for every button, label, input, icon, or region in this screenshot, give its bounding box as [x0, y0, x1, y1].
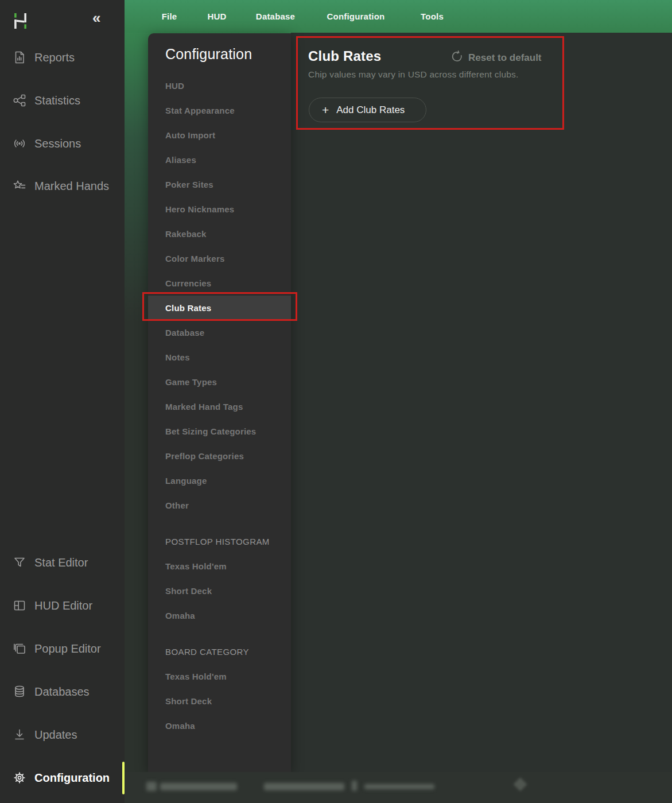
sidebar-item-sessions[interactable]: Sessions [11, 133, 81, 154]
nav-item-rakeback[interactable]: Rakeback [148, 222, 291, 246]
popup-editor-icon [11, 641, 27, 657]
reset-to-default-button[interactable]: Reset to default [451, 51, 542, 65]
menubar: File HUD Database Configuration Tools [125, 0, 672, 33]
app-window: File HUD Database Configuration Tools Cl… [0, 0, 672, 803]
nav-item-database[interactable]: Database [148, 320, 291, 345]
status-bar [125, 772, 672, 803]
download-icon [11, 727, 27, 743]
nav-item-color-markers[interactable]: Color Markers [148, 246, 291, 271]
nav-item-auto-import[interactable]: Auto Import [148, 123, 291, 148]
page-title: Club Rates [308, 48, 381, 64]
sidebar: « Reports Statistics [0, 0, 125, 803]
menu-hud[interactable]: HUD [207, 0, 226, 33]
configuration-panel: Configuration HUD Stat Appearance Auto I… [148, 33, 291, 772]
configuration-nav: HUD Stat Appearance Auto Import Aliases … [148, 73, 291, 738]
status-diamond-icon [513, 777, 527, 791]
sidebar-item-popup-editor[interactable]: Popup Editor [11, 638, 101, 659]
sidebar-item-label: Reports [34, 51, 75, 64]
sidebar-item-databases[interactable]: Databases [11, 681, 90, 702]
status-redacted-text [160, 783, 237, 790]
hud-editor-icon [11, 598, 27, 614]
reset-circular-arrow-icon [451, 51, 463, 65]
sidebar-item-label: Databases [34, 685, 90, 699]
menu-configuration[interactable]: Configuration [327, 0, 385, 33]
gear-icon [11, 770, 27, 786]
nav-item-postflop-short-deck[interactable]: Short Deck [148, 579, 291, 603]
page-subtitle: Chip values may vary in USD across diffe… [308, 69, 519, 80]
nav-item-marked-hand-tags[interactable]: Marked Hand Tags [148, 394, 291, 419]
sidebar-item-reports[interactable]: Reports [11, 47, 75, 68]
nav-item-hud[interactable]: HUD [148, 73, 291, 98]
main-content [291, 33, 672, 772]
nav-item-game-types[interactable]: Game Types [148, 370, 291, 394]
sidebar-item-statistics[interactable]: Statistics [11, 90, 80, 111]
sidebar-item-label: Stat Editor [34, 556, 88, 569]
hand2note-logo [14, 13, 27, 29]
sidebar-item-stat-editor[interactable]: Stat Editor [11, 552, 88, 573]
section-header-board-category: BOARD CATEGORY [148, 639, 291, 664]
nav-item-postflop-omaha[interactable]: Omaha [148, 603, 291, 628]
nav-item-notes[interactable]: Notes [148, 345, 291, 370]
nav-item-hero-nicknames[interactable]: Hero Nicknames [148, 197, 291, 222]
nav-item-postflop-texas-holdem[interactable]: Texas Hold'em [148, 554, 291, 579]
nav-item-board-omaha[interactable]: Omaha [148, 713, 291, 738]
nav-item-bet-sizing-categories[interactable]: Bet Sizing Categories [148, 419, 291, 444]
add-club-rates-label: Add Club Rates [336, 104, 405, 116]
sidebar-item-label: Sessions [34, 137, 81, 150]
collapse-sidebar-button[interactable]: « [92, 9, 99, 27]
marked-hands-icon [11, 179, 27, 194]
add-club-rates-button[interactable]: + Add Club Rates [309, 98, 426, 122]
sidebar-item-label: Marked Hands [34, 180, 109, 193]
nav-item-board-texas-holdem[interactable]: Texas Hold'em [148, 664, 291, 689]
nav-item-club-rates[interactable]: Club Rates [148, 296, 291, 320]
sidebar-item-label: Updates [34, 728, 77, 742]
reports-icon [11, 50, 27, 65]
nav-item-preflop-categories[interactable]: Preflop Categories [148, 444, 291, 468]
sidebar-item-configuration[interactable]: Configuration [11, 767, 110, 788]
sidebar-item-hud-editor[interactable]: HUD Editor [11, 595, 92, 616]
configuration-panel-title: Configuration [165, 46, 252, 63]
nav-item-board-short-deck[interactable]: Short Deck [148, 689, 291, 713]
status-redacted-text [364, 784, 434, 789]
databases-icon [11, 684, 27, 700]
nav-item-stat-appearance[interactable]: Stat Appearance [148, 98, 291, 123]
menu-file[interactable]: File [162, 0, 177, 33]
plus-icon: + [322, 104, 329, 116]
nav-item-aliases[interactable]: Aliases [148, 148, 291, 172]
sessions-icon [11, 136, 27, 152]
nav-item-other[interactable]: Other [148, 493, 291, 518]
nav-item-poker-sites[interactable]: Poker Sites [148, 172, 291, 197]
statistics-icon [11, 93, 27, 108]
sidebar-item-updates[interactable]: Updates [11, 724, 77, 745]
sidebar-item-label: Popup Editor [34, 642, 101, 655]
nav-item-language[interactable]: Language [148, 468, 291, 493]
section-header-postflop-histogram: POSTFLOP HISTOGRAM [148, 529, 291, 554]
status-redacted-icon [146, 782, 157, 791]
sidebar-item-label: HUD Editor [34, 599, 92, 612]
menu-tools[interactable]: Tools [421, 0, 444, 33]
status-redacted-text [264, 783, 344, 790]
sidebar-item-label: Configuration [34, 771, 110, 785]
reset-to-default-label: Reset to default [468, 52, 542, 64]
sidebar-item-marked-hands[interactable]: Marked Hands [11, 176, 109, 196]
menu-database[interactable]: Database [256, 0, 295, 33]
nav-item-currencies[interactable]: Currencies [148, 271, 291, 296]
sidebar-item-label: Statistics [34, 94, 80, 107]
funnel-icon [11, 555, 27, 571]
status-redacted-text [352, 781, 357, 791]
active-item-indicator [122, 762, 125, 794]
